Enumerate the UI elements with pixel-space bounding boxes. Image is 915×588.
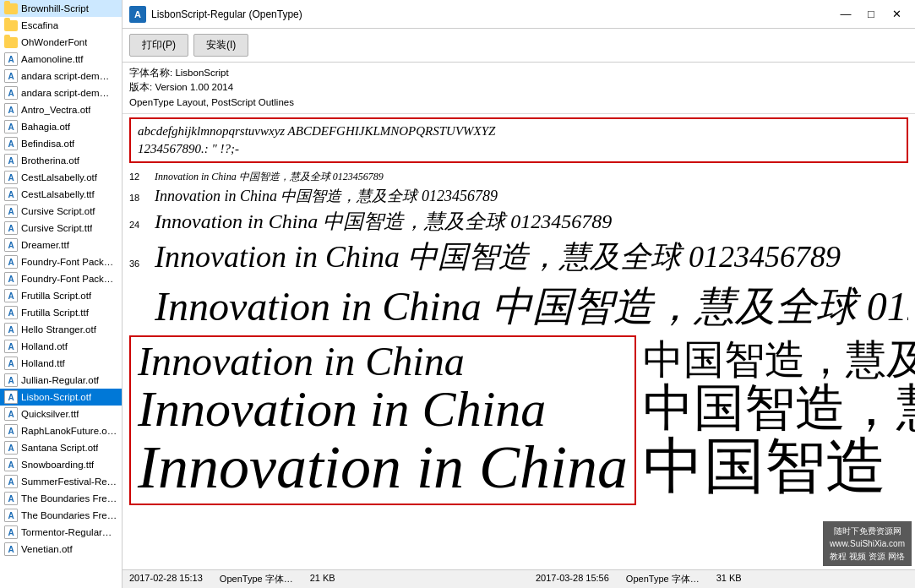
file-item[interactable]: ASummerFestival-Re… — [0, 473, 122, 490]
font-name: 字体名称: LisbonScript — [129, 66, 908, 80]
file-item[interactable]: AFrutilla Script.otf — [0, 287, 122, 304]
file-item[interactable]: Aandara script-dem… — [0, 84, 122, 101]
file-item-label: Foundry-Font Pack… — [21, 274, 113, 284]
file-item[interactable]: ASantana Script.otf — [0, 439, 122, 456]
font-icon: A — [3, 171, 19, 184]
file-item[interactable]: ACestLalsabelly.ttf — [0, 186, 122, 203]
print-button[interactable]: 打印(P) — [129, 34, 188, 57]
title-bar: A LisbonScript-Regular (OpenType) — □ ✕ — [123, 0, 915, 29]
file-item[interactable]: AAntro_Vectra.otf — [0, 101, 122, 118]
file-item-label: Dreamer.ttf — [21, 240, 69, 250]
install-button[interactable]: 安装(I) — [193, 34, 248, 57]
file-item[interactable]: ATormentor-Regular… — [0, 524, 122, 541]
watermark: 随时下免费资源网 www.SuiShiXia.com 教程 视频 资源 网络 — [823, 521, 912, 566]
large-preview-left-box: Innovation in ChinaInnovation in ChinaIn… — [129, 335, 636, 505]
window-controls[interactable]: — □ ✕ — [834, 5, 908, 24]
size-label: 24 — [129, 220, 155, 230]
status-col-1: 2017-02-28 15:13 OpenType 字体… 21 KB — [129, 573, 502, 585]
file-item-label: Venetian.otf — [21, 544, 73, 554]
maximize-button[interactable]: □ — [859, 5, 883, 24]
file-item-label: Frutilla Script.ttf — [21, 308, 89, 318]
file-item-label: OhWonderFont — [21, 37, 87, 47]
file-item-label: Brotherina.otf — [21, 155, 79, 166]
file-item-label: Holland.ttf — [21, 358, 65, 368]
font-type: OpenType Layout, PostScript Outlines — [129, 95, 908, 110]
font-icon: A — [3, 475, 19, 488]
file-item-label: Hello Stranger.otf — [21, 324, 96, 335]
file-item[interactable]: ACursive Script.otf — [0, 203, 122, 220]
file-item[interactable]: ABrotherina.otf — [0, 152, 122, 169]
file-item[interactable]: ABahagia.otf — [0, 118, 122, 135]
status-size-2: 31 KB — [716, 573, 742, 585]
size-label: 18 — [129, 193, 155, 203]
preview-area[interactable]: abcdefghijklmnopqrstuvwxyz ABCDEFGHIJKLM… — [123, 114, 915, 569]
file-item[interactable]: AHello Stranger.otf — [0, 321, 122, 338]
font-icon: A — [3, 69, 19, 83]
file-item[interactable]: AThe Boundaries Fre… — [0, 507, 122, 524]
font-icon: A — [3, 390, 19, 404]
file-item[interactable]: AVenetian.otf — [0, 541, 122, 558]
font-version: 版本: Version 1.00 2014 — [129, 80, 908, 95]
close-button[interactable]: ✕ — [885, 5, 908, 24]
file-item[interactable]: AHolland.otf — [0, 338, 122, 355]
preview-row: 12Innovation in China 中国智造，慧及全球 01234567… — [129, 170, 908, 184]
file-item[interactable]: ARaphLanokFuture.o… — [0, 422, 122, 439]
file-item[interactable]: ABefindisa.otf — [0, 135, 122, 152]
font-icon: A — [3, 424, 19, 438]
file-item[interactable]: ACursive Script.ttf — [0, 220, 122, 237]
file-item[interactable]: AHolland.ttf — [0, 355, 122, 372]
status-items: 2017-02-28 15:13 OpenType 字体… 21 KB 2017… — [129, 573, 908, 585]
font-icon: A — [3, 373, 19, 387]
font-icon: A — [3, 103, 19, 117]
file-item[interactable]: Brownhill-Script — [0, 0, 122, 17]
file-item-label: Aamonoline.ttf — [21, 54, 84, 64]
char-sample-line2: 1234567890.: " !?;- — [138, 140, 900, 158]
large-preview-right-box: 中国智造，慧及全球中国智造，慧中国智造 — [636, 335, 915, 502]
font-icon: A — [3, 52, 19, 66]
watermark-line2: www.SuiShiXia.com — [830, 537, 905, 550]
file-item[interactable]: AJullian-Regular.otf — [0, 372, 122, 389]
font-icon: A — [3, 323, 19, 336]
font-icon: A — [3, 272, 19, 286]
large-chinese-text: 中国智造 — [643, 434, 915, 498]
file-item[interactable]: OhWonderFont — [0, 34, 122, 51]
large-preview-container: Innovation in China 中国智造，慧及全球 0123456Inn… — [129, 280, 908, 505]
file-item[interactable]: ASnowboarding.ttf — [0, 456, 122, 473]
file-item-label: Quicksilver.ttf — [21, 409, 79, 419]
font-icon: A — [3, 137, 19, 150]
folder-icon — [3, 2, 19, 15]
file-item[interactable]: ADreamer.ttf — [0, 237, 122, 253]
font-info: 字体名称: LisbonScript 版本: Version 1.00 2014… — [123, 63, 915, 114]
file-item[interactable]: AFoundry-Font Pack… — [0, 270, 122, 287]
preview-row: 36Innovation in China 中国智造，慧及全球 01234567… — [129, 237, 908, 278]
watermark-line3: 教程 视频 资源 网络 — [830, 550, 905, 563]
large-chinese-text: 中国智造，慧 — [643, 381, 915, 434]
file-item[interactable]: AThe Boundaries Fre… — [0, 490, 122, 507]
large-script-text: Innovation in China — [138, 383, 628, 436]
file-item[interactable]: AAamonoline.ttf — [0, 51, 122, 68]
file-list-panel[interactable]: Brownhill-ScriptEscafinaOhWonderFontAAam… — [0, 0, 123, 588]
file-item-label: Antro_Vectra.otf — [21, 105, 90, 115]
minimize-button[interactable]: — — [834, 5, 858, 24]
font-icon: A — [3, 255, 19, 269]
file-item[interactable]: ALisbon-Script.otf — [0, 389, 122, 406]
font-icon: A — [3, 306, 19, 319]
window-title: LisbonScript-Regular (OpenType) — [151, 8, 834, 20]
char-sample-line1: abcdefghijklmnopqrstuvwxyz ABCDEFGHIJKLM… — [138, 122, 900, 140]
preview-row: 18Innovation in China 中国智造，慧及全球 01234567… — [129, 186, 908, 206]
file-item[interactable]: Escafina — [0, 17, 122, 34]
font-icon: A — [3, 221, 19, 235]
file-item-label: Bahagia.otf — [21, 122, 70, 132]
size-label: 36 — [129, 259, 155, 269]
file-item[interactable]: AFoundry-Font Pack… — [0, 253, 122, 270]
file-item[interactable]: AFrutilla Script.ttf — [0, 304, 122, 321]
preview-text-48: Innovation in China 中国智造，慧及全球 0123456 — [155, 280, 908, 334]
font-icon: A — [3, 289, 19, 302]
status-col-2: 2017-03-28 15:56 OpenType 字体… 31 KB — [536, 573, 908, 585]
file-item[interactable]: ACestLalsabelly.otf — [0, 169, 122, 186]
file-item-label: The Boundaries Fre… — [21, 510, 117, 520]
file-item[interactable]: AQuicksilver.ttf — [0, 406, 122, 422]
file-item-label: Lisbon-Script.otf — [21, 392, 91, 402]
file-item-label: CestLalsabelly.ttf — [21, 189, 95, 199]
file-item[interactable]: Aandara script-dem… — [0, 68, 122, 84]
